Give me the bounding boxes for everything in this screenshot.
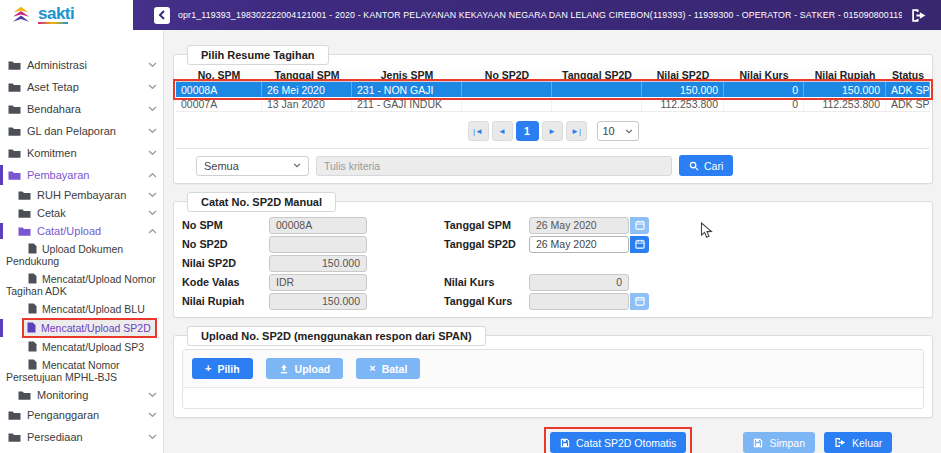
- sidebar-item-gl-dan-pelaporan[interactable]: GL dan Pelaporan: [0, 120, 163, 142]
- sidebar-item-mencatat-upload-sp2d[interactable]: Mencatat/Upload SP2D: [24, 320, 155, 336]
- search-icon: [689, 161, 699, 171]
- logout-button[interactable]: [910, 8, 927, 23]
- upload-icon: [279, 364, 289, 374]
- sidebar-item-mencatat-upload-sp3[interactable]: Mencatat/Upload SP3: [0, 338, 163, 356]
- save-icon: [560, 438, 570, 448]
- nilai-kurs-label: Nilai Kurs: [444, 276, 529, 288]
- folder-icon: [18, 390, 31, 401]
- upload-box: +Pilih Upload ×Batal: [182, 349, 924, 409]
- upload-sp2d-panel: Upload No. SP2D (menggunakan respon dari…: [173, 335, 933, 418]
- upload-toolbar: +Pilih Upload ×Batal: [183, 350, 923, 388]
- chevron-down-icon: [625, 129, 633, 134]
- form-row: Nilai SP2D: [174, 255, 932, 271]
- sidebar-item-penganggaran[interactable]: Penganggaran: [0, 404, 163, 426]
- sidebar-item-administrasi[interactable]: Administrasi: [0, 54, 163, 76]
- sidebar-item-mencatat-nomor-persetujuan-mphl-bjs[interactable]: Mencatat Nomor Persetujuan MPHL-BJS: [0, 356, 163, 386]
- sidebar-item-monitoring[interactable]: Monitoring: [0, 386, 163, 404]
- form-row: Kode Valas Nilai Kurs: [174, 274, 932, 290]
- calendar-icon: [635, 220, 645, 230]
- tanggal-spm-calendar-button: [630, 217, 649, 234]
- simpan-button[interactable]: Simpan: [743, 432, 815, 453]
- tanggal-spm-field: [529, 217, 629, 234]
- folder-icon: [8, 432, 21, 443]
- pagination-last-button[interactable]: ►|: [566, 121, 587, 141]
- catat-sp2d-otomatis-button[interactable]: Catat SP2D Otomatis: [550, 432, 686, 453]
- upload-panel-title: Upload No. SP2D (menggunakan respon dari…: [187, 326, 486, 346]
- page-size-select[interactable]: 10: [597, 121, 639, 141]
- back-button[interactable]: [154, 7, 170, 24]
- tanggal-kurs-calendar-button: [630, 293, 649, 310]
- pagination-page-1-button[interactable]: 1: [516, 121, 539, 141]
- sidebar-item-bendahara[interactable]: Bendahara: [0, 98, 163, 120]
- chevron-down-icon: [148, 192, 157, 198]
- no-sp2d-field: [269, 236, 367, 253]
- form-row: No SP2D Tanggal SP2D: [174, 236, 932, 252]
- manual-panel-title: Catat No. SP2D Manual: [187, 192, 336, 212]
- folder-icon: [18, 190, 31, 201]
- table-header-row: No. SPM Tanggal SPM Jenis SPM No SP2D Ta…: [176, 68, 930, 82]
- plus-icon: +: [205, 363, 211, 374]
- tanggal-spm-label: Tanggal SPM: [444, 219, 529, 231]
- sidebar-item-cetak[interactable]: Cetak: [0, 204, 163, 222]
- pagination-first-button[interactable]: |◄: [468, 121, 489, 141]
- chevron-down-icon: [148, 62, 157, 68]
- no-spm-label: No SPM: [182, 219, 269, 231]
- session-info-title: opr1_119393_198302222004121001 - 2020 - …: [178, 10, 902, 20]
- folder-icon: [8, 82, 21, 93]
- resume-panel: Pilih Resume Tagihan No. SPM Tanggal SPM…: [173, 54, 933, 184]
- back-chevron-icon: [158, 10, 166, 20]
- pilih-button[interactable]: +Pilih: [192, 358, 253, 379]
- sakti-logo-icon: [10, 5, 32, 25]
- chevron-down-icon: [148, 210, 157, 216]
- batal-button[interactable]: ×Batal: [356, 358, 420, 379]
- tanggal-sp2d-calendar-button[interactable]: [630, 236, 649, 253]
- sidebar-item-persediaan[interactable]: Persediaan: [0, 426, 163, 448]
- keluar-button[interactable]: Keluar: [824, 432, 892, 453]
- upload-button[interactable]: Upload: [266, 358, 344, 379]
- form-row: No SPM Tanggal SPM: [174, 217, 932, 233]
- no-sp2d-label: No SP2D: [182, 238, 269, 250]
- resume-panel-title: Pilih Resume Tagihan: [187, 45, 329, 65]
- sidebar-item-aset-tetap[interactable]: Aset Tetap: [0, 76, 163, 98]
- table-row-selected[interactable]: 00008A 26 Mei 2020 231 - NON GAJI 150.00…: [176, 82, 930, 97]
- form-row: Nilai Rupiah Tanggal Kurs: [174, 293, 932, 309]
- kode-valas-field: [269, 274, 367, 291]
- sidebar-item-ruh-pembayaran[interactable]: RUH Pembayaran: [0, 186, 163, 204]
- sidebar-item-catat-upload[interactable]: Catat/Upload: [0, 222, 163, 240]
- chevron-down-icon: [148, 84, 157, 90]
- main-content: Pilih Resume Tagihan No. SPM Tanggal SPM…: [164, 30, 941, 453]
- folder-icon: [8, 148, 21, 159]
- sidebar-item-upload-dokumen-pendukung[interactable]: Upload Dokumen Pendukung: [0, 240, 163, 270]
- chevron-up-icon: [148, 172, 157, 178]
- tanggal-sp2d-field[interactable]: [529, 236, 629, 253]
- table-row[interactable]: 00007A 13 Jan 2020 211 - GAJI INDUK 112.…: [176, 97, 930, 112]
- calendar-icon: [635, 296, 645, 306]
- search-category-select[interactable]: Semua: [196, 156, 309, 176]
- sidebar-item-pembayaran[interactable]: Pembayaran: [0, 164, 163, 186]
- chevron-down-icon: [148, 412, 157, 418]
- sidebar-item-mencatat-upload-blu[interactable]: Mencatat/Upload BLU: [0, 300, 163, 318]
- manual-sp2d-panel: Catat No. SP2D Manual No SPM Tanggal SPM…: [173, 201, 933, 318]
- cari-button[interactable]: Cari: [679, 155, 733, 176]
- sidebar-item-mencatat-upload-nomor-tagihan-adk[interactable]: Mencatat/Upload Nomor Tagihan ADK: [0, 270, 163, 300]
- chevron-down-icon: [148, 128, 157, 134]
- sidebar-item-komitmen[interactable]: Komitmen: [0, 142, 163, 164]
- pagination-prev-button[interactable]: ◄: [492, 121, 513, 141]
- nilai-sp2d-field: [269, 255, 367, 272]
- tanggal-kurs-label: Tanggal Kurs: [444, 295, 529, 307]
- chevron-up-icon: [148, 228, 157, 234]
- sidebar-nav: Administrasi Aset Tetap Bendahara GL dan…: [0, 30, 164, 453]
- x-icon: ×: [369, 363, 375, 374]
- pagination-next-button[interactable]: ►: [542, 121, 563, 141]
- tanggal-sp2d-label: Tanggal SP2D: [444, 238, 529, 250]
- logout-icon: [910, 8, 927, 23]
- file-icon: [28, 273, 37, 284]
- search-bar: Semua Cari: [176, 148, 930, 183]
- chevron-down-icon: [148, 150, 157, 156]
- file-icon: [28, 243, 37, 254]
- nilai-rupiah-field: [269, 293, 367, 310]
- search-input[interactable]: [316, 156, 672, 176]
- folder-icon: [8, 126, 21, 137]
- nilai-rupiah-label: Nilai Rupiah: [182, 295, 269, 307]
- chevron-down-icon: [148, 392, 157, 398]
